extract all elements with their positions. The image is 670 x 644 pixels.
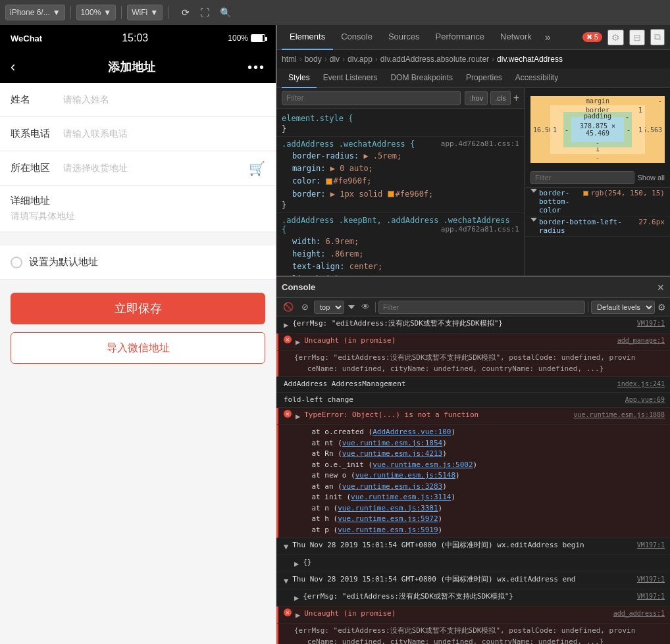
- stack-link-9[interactable]: vue.runtime.esm.js:5972: [338, 514, 438, 523]
- tab-sources[interactable]: Sources: [380, 25, 428, 50]
- inspect-icon[interactable]: 🔍: [217, 6, 234, 19]
- dock-icon[interactable]: ⊟: [629, 30, 645, 45]
- rule3-source[interactable]: app.4d762a81.css:1: [441, 225, 519, 234]
- detail-input[interactable]: 请填写具体地址: [11, 211, 75, 221]
- source-5[interactable]: vue.runtime.esm.js:1888: [574, 410, 665, 420]
- show-all-label[interactable]: Show all: [637, 174, 665, 182]
- expand-8[interactable]: ▶: [296, 609, 300, 621]
- devtools-styles-area: :hov .cls + element.style { } .addAddres…: [276, 88, 670, 276]
- stack-link-2[interactable]: vue.runtime.esm.js:1854: [342, 439, 442, 447]
- source-6[interactable]: VM197:1: [637, 540, 665, 550]
- padding-label: padding: [584, 112, 611, 120]
- console-filter-input[interactable]: [378, 301, 585, 314]
- stack-link-1[interactable]: AddAddress.vue:100: [373, 428, 451, 436]
- source-3[interactable]: index.js:241: [617, 379, 665, 389]
- source-7[interactable]: VM197:1: [637, 574, 665, 584]
- breadcrumb-html[interactable]: html: [282, 55, 297, 64]
- console-entry-8-detail: {errMsg: "editAddress:没有此SDK或暂不支持此SDK模拟"…: [276, 624, 670, 644]
- stack-link-7[interactable]: vue.runtime.esm.js:3114: [351, 493, 451, 501]
- settings-icon[interactable]: ⚙: [607, 30, 624, 45]
- computed-filter: Show all: [525, 168, 670, 187]
- styles-filter-input[interactable]: [282, 91, 461, 105]
- source-8[interactable]: add_address:1: [613, 608, 665, 618]
- phone-input[interactable]: 请输入联系电话: [63, 128, 265, 140]
- console-toolbar: 🚫 ⊘ top 👁 Default levels ⚙: [276, 298, 670, 316]
- undock-icon[interactable]: ⧉: [650, 29, 665, 45]
- console-close-button[interactable]: ✕: [657, 282, 665, 293]
- margin-label: margin: [586, 97, 609, 105]
- source-7b[interactable]: VM197:1: [637, 591, 665, 601]
- nav-more-button[interactable]: •••: [247, 60, 265, 75]
- expand-6[interactable]: ▼: [284, 541, 288, 553]
- default-address-row: 设置为默认地址: [0, 245, 276, 280]
- add-style-button[interactable]: +: [513, 92, 519, 104]
- console-clear-button[interactable]: 🚫: [280, 299, 296, 315]
- rule2-source[interactable]: app.4d762a81.css:1: [441, 139, 519, 148]
- source-2[interactable]: add_manage:1: [617, 335, 665, 345]
- console-text-8: Uncaught (in promise) add_address:1: [304, 608, 665, 620]
- zoom-selector[interactable]: 100% ▼: [76, 5, 116, 20]
- tab-console[interactable]: Console: [333, 25, 380, 50]
- save-button[interactable]: 立即保存: [11, 293, 265, 324]
- breadcrumb-wechat[interactable]: div.wechatAddress: [497, 55, 563, 64]
- phone-panel: WeChat 15:03 100% ‹ 添加地址 ••• 姓名: [0, 25, 276, 644]
- expand-border-bottom-color[interactable]: [530, 189, 537, 193]
- tab-network[interactable]: Network: [492, 25, 540, 50]
- rotate-icon[interactable]: ⟳: [179, 6, 192, 19]
- breadcrumb-div1[interactable]: div: [330, 55, 340, 64]
- expand-2[interactable]: ▶: [296, 336, 300, 348]
- expand-7[interactable]: ▼: [284, 575, 288, 587]
- hov-button[interactable]: :hov: [465, 91, 488, 105]
- expand-1[interactable]: ▶: [284, 319, 288, 331]
- fullscreen-icon[interactable]: ⛶: [197, 6, 212, 19]
- expand-5[interactable]: ▶: [296, 410, 300, 422]
- cls-button[interactable]: .cls: [490, 91, 511, 105]
- import-wechat-button[interactable]: 导入微信地址: [11, 332, 265, 364]
- styles-left-panel: :hov .cls + element.style { } .addAddres…: [276, 88, 525, 276]
- tab-more-icon[interactable]: »: [541, 32, 555, 43]
- console-level-select[interactable]: Default levels: [591, 301, 655, 314]
- console-entry-7: ▼ Thu Nov 28 2019 15:01:54 GMT+0800 (中国标…: [276, 572, 670, 589]
- stack-link-3[interactable]: vue.runtime.esm.js:4213: [342, 449, 442, 458]
- console-gear-button[interactable]: ⚙: [657, 302, 666, 312]
- expand-border-bottom-left-radius[interactable]: [530, 218, 537, 222]
- toolbar-sep3: [168, 6, 168, 19]
- prop-color: color: #fe960f;: [282, 175, 519, 187]
- breadcrumb-addaddress[interactable]: div.addAddress.absolute.router: [380, 55, 489, 64]
- border-left-val: 1: [553, 126, 557, 134]
- subtab-styles[interactable]: Styles: [282, 68, 317, 88]
- stack-link-5[interactable]: vue.runtime.esm.js:5148: [355, 471, 455, 480]
- stack-link-8[interactable]: vue.runtime.esm.js:3301: [338, 504, 438, 512]
- subtab-properties[interactable]: Properties: [459, 68, 509, 88]
- device-selector[interactable]: iPhone 6/... ▼: [5, 5, 65, 20]
- default-checkbox[interactable]: [11, 257, 22, 268]
- breadcrumb-divapp[interactable]: div.app: [348, 55, 373, 64]
- stack-link-6[interactable]: vue.runtime.esm.js:3283: [342, 482, 442, 491]
- tab-elements[interactable]: Elements: [282, 25, 333, 50]
- name-input[interactable]: 请输入姓名: [63, 94, 265, 106]
- source-4[interactable]: App.vue:69: [625, 395, 665, 405]
- tab-performance[interactable]: Performance: [428, 25, 492, 50]
- console-block-button[interactable]: ⊘: [299, 299, 311, 315]
- console-eye-button[interactable]: 👁: [359, 299, 373, 315]
- console-sep1: [375, 302, 376, 312]
- expand-7b[interactable]: ▶: [294, 592, 299, 604]
- computed-filter-input[interactable]: [530, 171, 634, 184]
- region-row[interactable]: 所在地区 请选择收货地址 🛒: [0, 151, 276, 186]
- context-dropdown-icon[interactable]: [348, 305, 355, 309]
- subtab-dom-breakpoints[interactable]: DOM Breakpoints: [384, 68, 459, 88]
- subtab-event-listeners[interactable]: Event Listeners: [317, 68, 384, 88]
- network-selector[interactable]: WiFi ▼: [127, 5, 163, 20]
- nav-back-button[interactable]: ‹: [11, 59, 15, 76]
- region-input[interactable]: 请选择收货地址: [63, 162, 249, 174]
- devtools-sub-tabs: Styles Event Listeners DOM Breakpoints P…: [276, 68, 670, 88]
- stack-link-4[interactable]: vue.runtime.esm.js:5002: [373, 460, 473, 469]
- expand-6b[interactable]: ▶: [294, 558, 299, 570]
- console-context-select[interactable]: top: [314, 301, 344, 314]
- toolbar-icons: ⟳ ⛶ 🔍: [179, 6, 234, 19]
- top-toolbar: iPhone 6/... ▼ 100% ▼ WiFi ▼ ⟳ ⛶ 🔍: [0, 0, 670, 25]
- subtab-accessibility[interactable]: Accessibility: [509, 68, 565, 88]
- source-1[interactable]: VM197:1: [637, 318, 665, 328]
- breadcrumb-body[interactable]: body: [305, 55, 322, 64]
- stack-link-10[interactable]: vue.runtime.esm.js:5919: [338, 526, 438, 534]
